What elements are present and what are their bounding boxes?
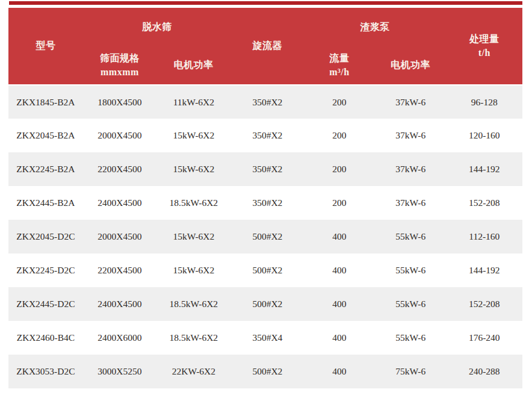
- table-row: ZKX2045-B2A 2000X4500 15kW-6X2 350#X2 20…: [8, 119, 522, 152]
- cell-capacity: 144-192: [447, 152, 522, 186]
- cell-screen-motor-power: 18.5kW-6X2: [156, 287, 231, 321]
- cell-flow-rate: 200: [304, 119, 375, 152]
- cell-pump-motor-power: 37kW-6: [375, 119, 447, 152]
- cell-cyclone: 500#X2: [231, 355, 304, 388]
- table-row: ZKX2445-D2C 2400X4500 18.5kW-6X2 500#X2 …: [8, 287, 522, 321]
- cell-screen-motor-power: 18.5kW-6X2: [156, 186, 231, 220]
- cell-screen-spec: 2200X4500: [83, 152, 156, 186]
- cell-screen-motor-power: 15kW-6X2: [156, 152, 231, 186]
- cell-cyclone: 500#X2: [231, 253, 304, 287]
- header-flow-rate: 流量 m³/h: [304, 46, 375, 85]
- header-slurry-pump-group: 渣浆泵: [304, 8, 447, 46]
- cell-cyclone: 350#X2: [231, 152, 304, 186]
- cell-model: ZKX2045-D2C: [8, 220, 83, 253]
- cell-model: ZKX2045-B2A: [8, 119, 83, 152]
- cell-cyclone: 500#X2: [231, 220, 304, 253]
- cell-screen-spec: 1800X4500: [83, 85, 156, 119]
- cell-screen-spec: 2000X4500: [83, 119, 156, 152]
- cell-cyclone: 350#X4: [231, 321, 304, 355]
- header-model: 型号: [8, 8, 83, 85]
- cell-cyclone: 350#X2: [231, 186, 304, 220]
- cell-flow-rate: 400: [304, 253, 375, 287]
- header-dewatering-screen-group: 脱水筛: [83, 8, 231, 46]
- cell-model: ZKX3053-D2C: [8, 355, 83, 388]
- cell-capacity: 112-160: [447, 220, 522, 253]
- cell-screen-spec: 2400X4500: [83, 287, 156, 321]
- header-capacity: 处理量 t/h: [447, 8, 522, 85]
- cell-screen-spec: 2400X4500: [83, 186, 156, 220]
- cell-pump-motor-power: 37kW-6: [375, 85, 447, 119]
- cell-screen-motor-power: 15kW-6X2: [156, 220, 231, 253]
- cell-model: ZKX2460-B4C: [8, 321, 83, 355]
- cell-screen-motor-power: 18.5kW-6X2: [156, 321, 231, 355]
- cell-capacity: 240-288: [447, 355, 522, 388]
- cell-capacity: 96-128: [447, 85, 522, 119]
- cell-screen-motor-power: 11kW-6X2: [156, 85, 231, 119]
- cell-pump-motor-power: 55kW-6: [375, 220, 447, 253]
- cell-cyclone: 350#X2: [231, 85, 304, 119]
- cell-flow-rate: 200: [304, 85, 375, 119]
- table-row: ZKX1845-B2A 1800X4500 11kW-6X2 350#X2 20…: [8, 85, 522, 119]
- cell-model: ZKX2445-B2A: [8, 186, 83, 220]
- cell-screen-motor-power: 22KW-6X2: [156, 355, 231, 388]
- cell-model: ZKX1845-B2A: [8, 85, 83, 119]
- cell-flow-rate: 200: [304, 152, 375, 186]
- cell-model: ZKX2445-D2C: [8, 287, 83, 321]
- cell-model: ZKX2245-D2C: [8, 253, 83, 287]
- cell-screen-spec: 2000X4500: [83, 220, 156, 253]
- cell-screen-motor-power: 15kW-6X2: [156, 253, 231, 287]
- cell-pump-motor-power: 75kW-6: [375, 355, 447, 388]
- cell-capacity: 144-192: [447, 253, 522, 287]
- cell-flow-rate: 400: [304, 321, 375, 355]
- header-cyclone: 旋流器: [231, 8, 304, 85]
- cell-pump-motor-power: 37kW-6: [375, 186, 447, 220]
- header-pump-motor-power: 电机功率: [375, 46, 447, 85]
- cell-pump-motor-power: 37kW-6: [375, 152, 447, 186]
- table-row: ZKX2245-D2C 2200X4500 15kW-6X2 500#X2 40…: [8, 253, 522, 287]
- header-screen-spec: 筛面规格 mmxmm: [83, 46, 156, 85]
- cell-screen-spec: 2200X4500: [83, 253, 156, 287]
- cell-model: ZKX2245-B2A: [8, 152, 83, 186]
- cell-capacity: 152-208: [447, 186, 522, 220]
- top-accent-bar: [9, 1, 522, 5]
- cell-flow-rate: 400: [304, 220, 375, 253]
- cell-screen-spec: 3000X5250: [83, 355, 156, 388]
- table-header: 型号 脱水筛 旋流器 渣浆泵 处理量 t/h 筛面规格 mmxmm 电机功率 流…: [8, 8, 522, 85]
- cell-capacity: 176-240: [447, 321, 522, 355]
- table-row: ZKX2460-B4C 2400X6000 18.5kW-6X2 350#X4 …: [8, 321, 522, 355]
- table-row: ZKX2445-B2A 2400X4500 18.5kW-6X2 350#X2 …: [8, 186, 522, 220]
- cell-flow-rate: 200: [304, 186, 375, 220]
- table-body: ZKX1845-B2A 1800X4500 11kW-6X2 350#X2 20…: [8, 85, 522, 388]
- page: 型号 脱水筛 旋流器 渣浆泵 处理量 t/h 筛面规格 mmxmm 电机功率 流…: [0, 1, 532, 388]
- cell-pump-motor-power: 55kW-6: [375, 253, 447, 287]
- cell-flow-rate: 400: [304, 355, 375, 388]
- cell-flow-rate: 400: [304, 287, 375, 321]
- header-screen-motor-power: 电机功率: [156, 46, 231, 85]
- cell-cyclone: 500#X2: [231, 287, 304, 321]
- cell-screen-motor-power: 15kW-6X2: [156, 119, 231, 152]
- cell-pump-motor-power: 55kW-6: [375, 287, 447, 321]
- table-row: ZKX2045-D2C 2000X4500 15kW-6X2 500#X2 40…: [8, 220, 522, 253]
- table-row: ZKX3053-D2C 3000X5250 22KW-6X2 500#X2 40…: [8, 355, 522, 388]
- product-spec-table: 型号 脱水筛 旋流器 渣浆泵 处理量 t/h 筛面规格 mmxmm 电机功率 流…: [8, 8, 522, 388]
- cell-cyclone: 350#X2: [231, 119, 304, 152]
- table-row: ZKX2245-B2A 2200X4500 15kW-6X2 350#X2 20…: [8, 152, 522, 186]
- cell-capacity: 152-208: [447, 287, 522, 321]
- cell-capacity: 120-160: [447, 119, 522, 152]
- cell-pump-motor-power: 55kW-6: [375, 321, 447, 355]
- cell-screen-spec: 2400X6000: [83, 321, 156, 355]
